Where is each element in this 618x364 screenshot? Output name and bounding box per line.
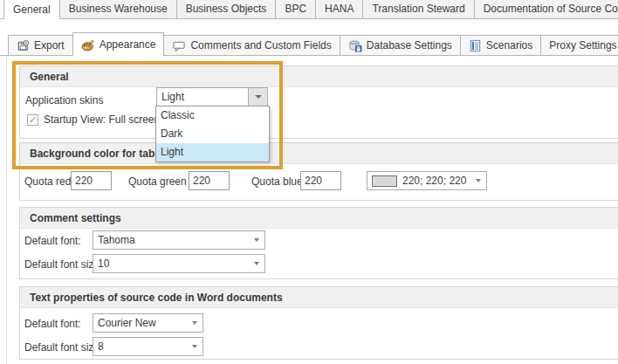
comments-icon xyxy=(172,39,186,52)
comment-font-value: Tahoma xyxy=(93,231,249,249)
secondary-tab-bar: Export Appearance Comments and Custom Fi… xyxy=(0,33,618,56)
quota-blue-input[interactable] xyxy=(300,171,341,190)
tab-business-objects[interactable]: Business Objects xyxy=(176,0,277,18)
word-font-size-label: Default font size: xyxy=(24,340,102,354)
application-skins-dropdown-list: Classic Dark Light xyxy=(155,106,270,162)
word-font-label: Default font: xyxy=(24,317,81,331)
tab-hana[interactable]: HANA xyxy=(315,0,363,18)
startup-fullscreen-checkbox-row[interactable]: ✓ Startup View: Full screen xyxy=(27,113,160,126)
comment-font-combo[interactable]: Tahoma xyxy=(93,230,265,250)
group-general-title: General xyxy=(20,66,618,87)
tab-export-label: Export xyxy=(34,39,65,52)
chevron-down-icon[interactable] xyxy=(249,238,264,242)
chevron-down-icon[interactable] xyxy=(249,262,264,265)
database-icon xyxy=(348,39,362,52)
chevron-down-icon[interactable] xyxy=(470,179,486,182)
group-general: General Application skins Light ✓ Startu… xyxy=(19,65,618,139)
tab-proxy-settings[interactable]: Proxy Settings xyxy=(540,35,618,55)
primary-tab-bar: General Business Warehouse Business Obje… xyxy=(0,0,618,19)
dropdown-option-classic[interactable]: Classic xyxy=(156,106,269,125)
group-comment-settings: Comment settings Default font: Tahoma De… xyxy=(19,207,618,279)
color-swatch xyxy=(372,175,397,187)
application-skins-combo[interactable]: Light xyxy=(156,87,268,106)
word-font-size-combo[interactable]: 8 xyxy=(93,337,203,356)
group-word-title: Text properties of source code in Word d… xyxy=(20,287,618,308)
tab-proxy-settings-label: Proxy Settings xyxy=(549,39,616,52)
dropdown-option-dark[interactable]: Dark xyxy=(156,125,269,143)
tab-export[interactable]: Export xyxy=(8,35,73,55)
word-font-value: Courier New xyxy=(93,314,187,332)
tab-documentation-of-source-code[interactable]: Documentation of Source Code xyxy=(474,0,618,18)
quota-red-input[interactable] xyxy=(71,171,112,190)
word-font-combo[interactable]: Courier New xyxy=(93,313,203,333)
comment-font-size-label: Default font size: xyxy=(24,258,102,271)
appearance-icon xyxy=(81,38,95,52)
application-skins-label: Application skins xyxy=(25,93,103,107)
comment-font-size-combo[interactable]: 10 xyxy=(93,254,265,273)
tab-translation-steward[interactable]: Translation Steward xyxy=(362,0,474,18)
tab-database-settings[interactable]: Database Settings xyxy=(340,35,461,55)
comment-font-label: Default font: xyxy=(24,234,81,248)
chevron-down-icon[interactable] xyxy=(187,345,203,348)
table-color-value: 220; 220; 220 xyxy=(402,172,470,189)
dropdown-option-light[interactable]: Light xyxy=(156,143,269,161)
startup-fullscreen-label: Startup View: Full screen xyxy=(44,113,160,126)
tab-scenarios-label: Scenarios xyxy=(486,39,532,52)
tab-business-warehouse[interactable]: Business Warehouse xyxy=(59,0,177,18)
group-background-color: Background color for tables Quota red Qu… xyxy=(19,142,618,201)
tab-page-left-border xyxy=(6,56,7,364)
tab-comments-label: Comments and Custom Fields xyxy=(190,39,331,52)
quota-blue-label: Quota blue xyxy=(251,175,303,189)
group-comment-title: Comment settings xyxy=(20,208,618,229)
tab-appearance-label: Appearance xyxy=(100,38,156,51)
export-icon xyxy=(17,39,30,52)
table-color-combo[interactable]: 220; 220; 220 xyxy=(367,171,487,190)
quota-green-label: Quota green xyxy=(128,175,187,189)
tab-scenarios[interactable]: Scenarios xyxy=(460,35,541,55)
tab-appearance[interactable]: Appearance xyxy=(72,32,165,56)
scenarios-icon xyxy=(469,39,482,52)
checkbox-checked-icon[interactable]: ✓ xyxy=(27,114,38,126)
application-skins-value: Light xyxy=(157,88,248,106)
tab-general[interactable]: General xyxy=(3,0,60,19)
group-background-title: Background color for tables xyxy=(20,143,618,164)
quota-red-label: Quota red xyxy=(24,175,71,189)
chevron-down-icon[interactable] xyxy=(248,88,267,106)
quota-green-input[interactable] xyxy=(189,171,230,190)
comment-font-size-value: 10 xyxy=(93,255,249,272)
tab-database-settings-label: Database Settings xyxy=(367,39,452,52)
tab-bpc[interactable]: BPC xyxy=(275,0,316,18)
tab-comments-and-custom-fields[interactable]: Comments and Custom Fields xyxy=(163,35,340,55)
word-font-size-value: 8 xyxy=(93,338,187,355)
chevron-down-icon[interactable] xyxy=(187,321,203,325)
group-word-text-properties: Text properties of source code in Word d… xyxy=(19,286,618,360)
